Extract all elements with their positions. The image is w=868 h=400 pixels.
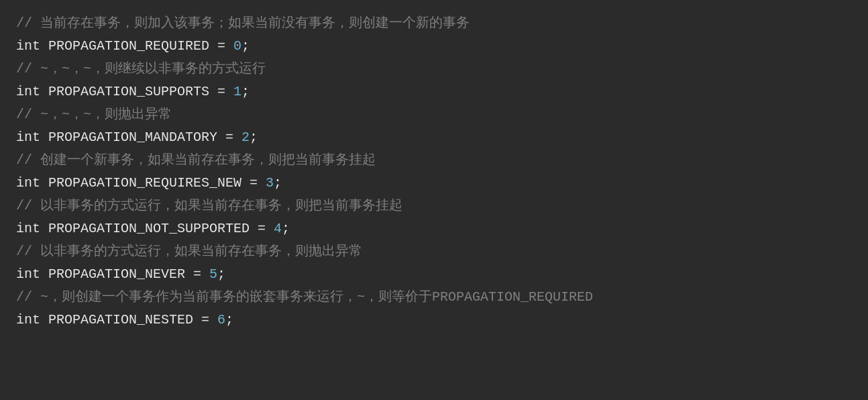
- comment-text: // ~，则创建一个事务作为当前事务的嵌套事务来运行，~，则等价于PROPAGA…: [16, 289, 593, 305]
- number-token: 4: [266, 221, 282, 236]
- operator-token: =: [225, 130, 233, 145]
- operator-token: =: [258, 221, 266, 236]
- punctuation-token: ;: [241, 38, 250, 54]
- identifier-token: PROPAGATION_SUPPORTS: [40, 84, 217, 99]
- comment-text: // 以非事务的方式运行，如果当前存在事务，则抛出异常: [16, 244, 362, 259]
- operator-token: =: [201, 312, 209, 328]
- code-line: int PROPAGATION_NEVER = 5;: [16, 263, 852, 286]
- code-line: // ~，~，~，则抛出异常: [16, 103, 852, 126]
- code-line: // 以非事务的方式运行，如果当前存在事务，则把当前事务挂起: [16, 195, 852, 217]
- code-container: // 当前存在事务，则加入该事务；如果当前没有事务，则创建一个新的事务int P…: [0, 0, 868, 400]
- identifier-token: PROPAGATION_NOT_SUPPORTED: [40, 221, 258, 236]
- code-content: // 当前存在事务，则加入该事务；如果当前没有事务，则创建一个新的事务int P…: [16, 12, 852, 332]
- code-line: // ~，~，~，则继续以非事务的方式运行: [16, 58, 852, 81]
- number-token: 6: [209, 312, 225, 328]
- identifier-token: PROPAGATION_REQUIRES_NEW: [40, 175, 250, 191]
- keyword-token: int: [16, 312, 40, 328]
- punctuation-token: ;: [282, 221, 290, 236]
- code-line: // 创建一个新事务，如果当前存在事务，则把当前事务挂起: [16, 149, 852, 172]
- operator-token: =: [217, 84, 225, 99]
- punctuation-token: ;: [250, 130, 258, 145]
- keyword-token: int: [16, 38, 40, 54]
- number-token: 3: [258, 175, 274, 191]
- punctuation-token: ;: [225, 312, 233, 328]
- code-line: int PROPAGATION_MANDATORY = 2;: [16, 126, 852, 149]
- comment-text: // ~，~，~，则抛出异常: [16, 107, 172, 122]
- identifier-token: PROPAGATION_NEVER: [40, 266, 193, 282]
- number-token: 1: [225, 84, 241, 99]
- code-line: int PROPAGATION_REQUIRES_NEW = 3;: [16, 172, 852, 195]
- keyword-token: int: [16, 175, 40, 191]
- comment-text: // 当前存在事务，则加入该事务；如果当前没有事务，则创建一个新的事务: [16, 15, 470, 31]
- operator-token: =: [250, 175, 258, 191]
- keyword-token: int: [16, 266, 40, 282]
- code-line: int PROPAGATION_REQUIRED = 0;: [16, 35, 852, 58]
- number-token: 2: [233, 130, 250, 145]
- code-line: // ~，则创建一个事务作为当前事务的嵌套事务来运行，~，则等价于PROPAGA…: [16, 286, 852, 309]
- punctuation-token: ;: [217, 266, 225, 282]
- identifier-token: PROPAGATION_NESTED: [40, 312, 201, 328]
- keyword-token: int: [16, 84, 40, 99]
- number-token: 5: [201, 266, 217, 282]
- identifier-token: PROPAGATION_REQUIRED: [40, 38, 217, 54]
- code-line: int PROPAGATION_NOT_SUPPORTED = 4;: [16, 217, 852, 240]
- keyword-token: int: [16, 221, 40, 236]
- operator-token: =: [193, 266, 201, 282]
- punctuation-token: ;: [274, 175, 282, 191]
- number-token: 0: [225, 38, 241, 54]
- operator-token: =: [217, 38, 225, 54]
- comment-text: // 创建一个新事务，如果当前存在事务，则把当前事务挂起: [16, 152, 376, 168]
- code-line: int PROPAGATION_SUPPORTS = 1;: [16, 81, 852, 103]
- comment-text: // ~，~，~，则继续以非事务的方式运行: [16, 61, 266, 77]
- keyword-token: int: [16, 130, 40, 145]
- code-line: // 当前存在事务，则加入该事务；如果当前没有事务，则创建一个新的事务: [16, 12, 852, 35]
- identifier-token: PROPAGATION_MANDATORY: [40, 130, 225, 145]
- comment-text: // 以非事务的方式运行，如果当前存在事务，则把当前事务挂起: [16, 198, 402, 213]
- code-line: int PROPAGATION_NESTED = 6;: [16, 309, 852, 332]
- code-line: // 以非事务的方式运行，如果当前存在事务，则抛出异常: [16, 240, 852, 263]
- punctuation-token: ;: [241, 84, 250, 99]
